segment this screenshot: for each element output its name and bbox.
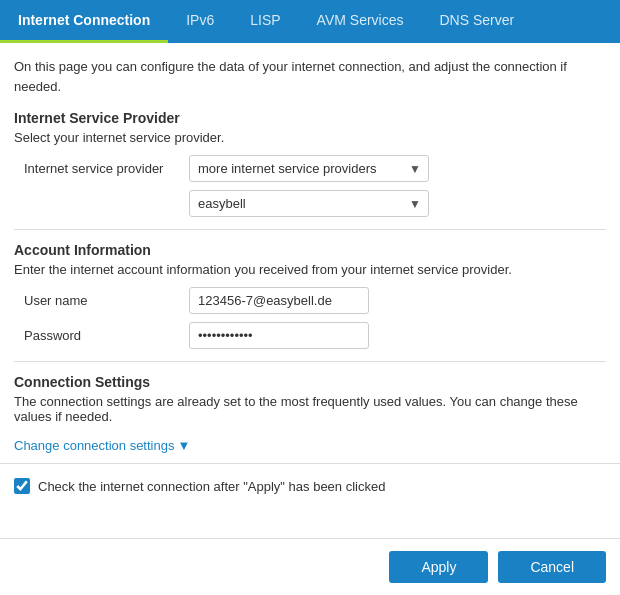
isp-provider-label: Internet service provider: [14, 161, 189, 176]
account-section: Account Information Enter the internet a…: [14, 242, 606, 349]
isp-provider-select-wrapper: more internet service providers easybell…: [189, 155, 449, 182]
tab-avm-services[interactable]: AVM Services: [299, 0, 422, 43]
isp-provider2-select[interactable]: easybell Other: [189, 190, 429, 217]
username-input-wrapper: [189, 287, 449, 314]
cancel-button[interactable]: Cancel: [498, 551, 606, 583]
main-content: On this page you can configure the data …: [0, 43, 620, 508]
password-row: Password: [14, 322, 606, 349]
tab-lisp[interactable]: LISP: [232, 0, 298, 43]
divider-2: [14, 361, 606, 362]
username-row: User name: [14, 287, 606, 314]
tab-bar: Internet Connection IPv6 LISP AVM Servic…: [0, 0, 620, 43]
connection-section: Connection Settings The connection setti…: [14, 374, 606, 453]
isp-section: Internet Service Provider Select your in…: [14, 110, 606, 217]
tab-internet-connection[interactable]: Internet Connection: [0, 0, 168, 43]
tab-dns-server[interactable]: DNS Server: [421, 0, 532, 43]
username-input[interactable]: [189, 287, 369, 314]
footer: Apply Cancel: [0, 538, 620, 595]
intro-text: On this page you can configure the data …: [14, 57, 606, 96]
checkbox-row: Check the internet connection after "App…: [0, 463, 620, 508]
settings-link-text: Change connection settings: [14, 438, 174, 453]
account-section-desc: Enter the internet account information y…: [14, 262, 606, 277]
isp-provider-row: Internet service provider more internet …: [14, 155, 606, 182]
change-connection-settings-link[interactable]: Change connection settings ▼: [14, 438, 190, 453]
password-label: Password: [14, 328, 189, 343]
apply-button[interactable]: Apply: [389, 551, 488, 583]
divider-1: [14, 229, 606, 230]
isp-section-title: Internet Service Provider: [14, 110, 606, 126]
password-input-wrapper: [189, 322, 449, 349]
chevron-down-icon-3: ▼: [177, 438, 190, 453]
connection-section-title: Connection Settings: [14, 374, 606, 390]
connection-section-desc: The connection settings are already set …: [14, 394, 606, 424]
check-connection-checkbox[interactable]: [14, 478, 30, 494]
username-label: User name: [14, 293, 189, 308]
isp-section-desc: Select your internet service provider.: [14, 130, 606, 145]
tab-ipv6[interactable]: IPv6: [168, 0, 232, 43]
password-input[interactable]: [189, 322, 369, 349]
isp-provider-select[interactable]: more internet service providers easybell…: [189, 155, 429, 182]
account-section-title: Account Information: [14, 242, 606, 258]
checkbox-label: Check the internet connection after "App…: [38, 479, 385, 494]
isp-provider2-row: easybell Other ▼: [189, 190, 606, 217]
